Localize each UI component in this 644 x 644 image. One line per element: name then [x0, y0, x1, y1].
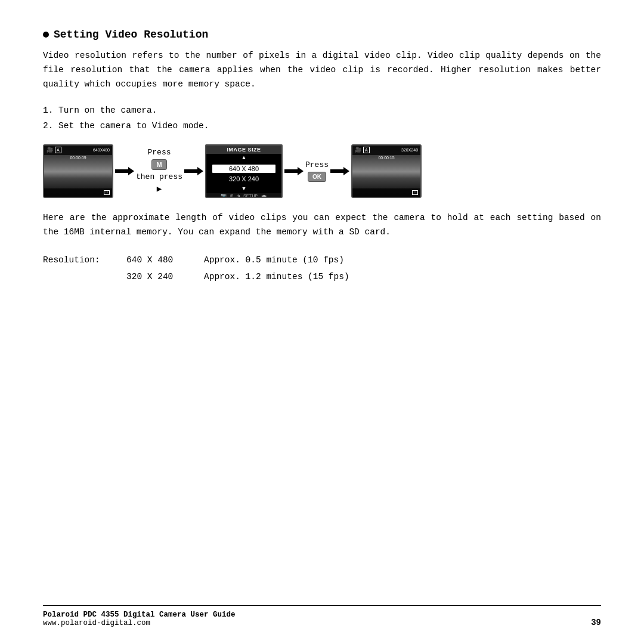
- resolution-row-1: Resolution: 640 X 480 Approx. 0.5 minute…: [43, 253, 601, 268]
- svg-marker-0: [115, 167, 134, 175]
- svg-marker-3: [330, 167, 349, 175]
- step-2: 2. Set the camera to Video mode.: [43, 118, 601, 134]
- arrow-1: [113, 165, 136, 177]
- m-button: M: [151, 159, 166, 170]
- svg-marker-1: [184, 167, 203, 175]
- arrow-3: [283, 165, 305, 177]
- press-m-block: Press M then press ▶: [136, 148, 182, 194]
- press-label-2: Press: [305, 160, 329, 169]
- menu-item-1: 640 X 480: [212, 165, 275, 173]
- section-title-text: Setting Video Resolution: [54, 29, 208, 41]
- res-value-2: 320 X 240: [126, 270, 204, 284]
- section-title: Setting Video Resolution: [43, 29, 601, 41]
- footer-title: Polaroid PDC 4355 Digital Camera User Gu…: [43, 611, 236, 619]
- bullet-icon: [43, 32, 49, 38]
- resolution-label: Resolution:: [43, 253, 126, 268]
- arrow-2: [182, 165, 205, 177]
- menu-screen: IMAGE SIZE ▲ 640 X 480 320 X 240 ▼ 📷 ⊞ ◑…: [205, 144, 283, 198]
- arrow-4: [329, 165, 351, 177]
- step-1: 1. Turn on the camera.: [43, 103, 601, 118]
- diagram-row: 🎥 A 640X480 □ 00:00:09 Press M t: [43, 144, 601, 198]
- menu-title: IMAGE SIZE: [206, 145, 281, 154]
- res-approx-2: Approx. 1.2 minutes (15 fps): [204, 270, 601, 284]
- press-label-1: Press: [148, 148, 171, 157]
- camera-screen-2: 🎥 A 320X240 □ 00:00:15: [351, 144, 422, 198]
- resolution-table: Resolution: 640 X 480 Approx. 0.5 minute…: [43, 253, 601, 284]
- down-arrow-icon: ▶: [157, 184, 162, 194]
- press-ok-block: Press OK: [305, 160, 329, 182]
- camera-screen-1: 🎥 A 640X480 □ 00:00:09: [43, 144, 113, 198]
- res-value-1: 640 X 480: [126, 253, 204, 268]
- ok-button: OK: [308, 172, 326, 182]
- then-press-text: then press: [136, 172, 182, 181]
- footer-page-number: 39: [591, 618, 601, 627]
- description2-text: Here are the approximate length of video…: [43, 211, 601, 240]
- menu-item-2: 320 X 240: [212, 175, 275, 182]
- steps-list: 1. Turn on the camera. 2. Set the camera…: [43, 103, 601, 134]
- footer: Polaroid PDC 4355 Digital Camera User Gu…: [43, 605, 601, 627]
- res-approx-1: Approx. 0.5 minute (10 fps): [204, 253, 601, 268]
- resolution-row-2: 320 X 240 Approx. 1.2 minutes (15 fps): [43, 270, 601, 284]
- description-text: Video resolution refers to the number of…: [43, 49, 601, 92]
- svg-marker-2: [284, 167, 304, 175]
- page: Setting Video Resolution Video resolutio…: [0, 0, 644, 644]
- footer-url: www.polaroid-digital.com: [43, 619, 236, 627]
- footer-left: Polaroid PDC 4355 Digital Camera User Gu…: [43, 611, 236, 627]
